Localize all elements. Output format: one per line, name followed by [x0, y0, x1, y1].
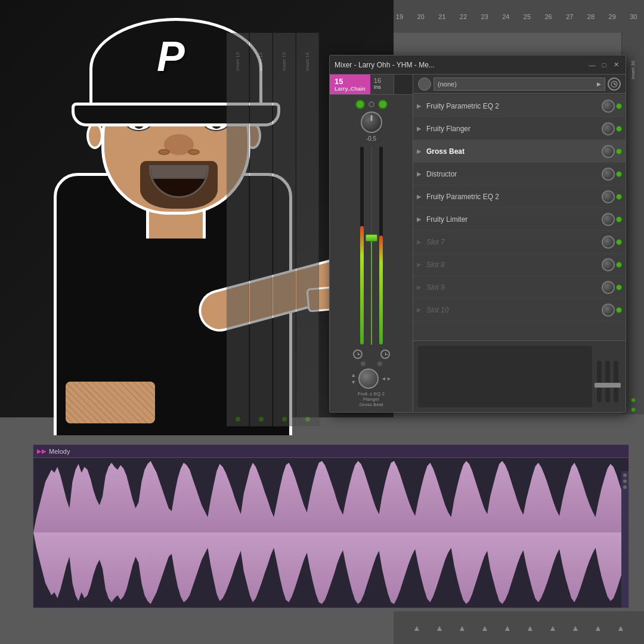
ruler-mark: 26 — [538, 13, 559, 20]
nav-arrow-2[interactable]: ▲ — [435, 623, 444, 633]
plugin-triangle-4: ▶ — [417, 171, 424, 177]
pan-knob[interactable] — [358, 369, 379, 389]
nav-arrow-7[interactable]: ▲ — [549, 623, 557, 633]
plugin-dot-7[interactable] — [616, 239, 622, 245]
plugin-knob-9a[interactable] — [602, 281, 615, 294]
vu-fill-right — [379, 236, 383, 345]
dropdown-circle-icon[interactable] — [418, 78, 431, 91]
send-fader-2[interactable] — [605, 361, 610, 402]
plugin-name-6: Fruity Limiter — [426, 215, 599, 224]
channel-13-label: Insert 13 — [235, 38, 240, 85]
channel-strip-15[interactable]: Insert 15 — [273, 33, 296, 426]
send-fader-handle-3 — [611, 383, 621, 388]
nav-arrow-9[interactable]: ▲ — [594, 623, 602, 633]
fader-handle[interactable] — [366, 234, 377, 242]
plugin-dot-1[interactable] — [616, 103, 622, 109]
channel-14-label: Insert 14 — [258, 38, 264, 85]
footer-label-3: Gross Beat — [358, 402, 385, 407]
send-return-section — [413, 340, 626, 412]
waveform-panel: ▶▶ Melody — [33, 444, 629, 608]
channel-footer-labels: Fruit..c EQ 2 Flanger Gross Beat — [358, 391, 385, 407]
plugin-slot-10[interactable]: ▶ Slot 10 — [413, 299, 626, 321]
waveform-icon: ▶▶ — [37, 448, 47, 454]
arrow-down[interactable]: ▼ — [351, 379, 356, 385]
plugin-knob-7a[interactable] — [602, 236, 615, 249]
send-fader-1[interactable] — [597, 361, 602, 402]
nav-arrow-1[interactable]: ▲ — [413, 623, 421, 633]
plugin-knob-4a[interactable] — [602, 168, 615, 181]
nav-arrow-8[interactable]: ▲ — [571, 623, 580, 633]
plugin-dot-6[interactable] — [616, 216, 622, 222]
plugin-knob-6a[interactable] — [602, 213, 615, 226]
eq-indicator-right[interactable] — [378, 100, 388, 109]
plugin-knob-3a[interactable] — [602, 145, 615, 158]
scroll-dot-2 — [623, 479, 627, 483]
plugin-knobs-1 — [602, 100, 622, 113]
plugin-knob-8a[interactable] — [602, 258, 615, 271]
plugin-dot-8[interactable] — [616, 262, 622, 268]
arrow-up[interactable]: ▲ — [351, 372, 356, 378]
send-faders — [595, 346, 621, 407]
nav-arrow-10[interactable]: ▲ — [617, 623, 625, 633]
dropdown-arrow-icon: ▶ — [597, 81, 601, 87]
send-fader-3[interactable] — [614, 361, 618, 402]
plugin-slot-1[interactable]: ▶ Fruity Parametric EQ 2 — [413, 95, 626, 117]
plugin-triangle-10: ▶ — [417, 306, 424, 313]
channel-strip-13[interactable]: Insert 13 — [227, 33, 249, 426]
channel-16-tab[interactable]: 16 Ins — [370, 75, 394, 94]
plugin-dot-4[interactable] — [616, 171, 622, 177]
channel-strip-16[interactable]: Insert 16 — [296, 33, 319, 426]
plugin-slot-8[interactable]: ▶ Slot 8 — [413, 253, 626, 276]
clock-icon-left[interactable] — [353, 349, 363, 359]
nav-arrow-3[interactable]: ▲ — [458, 623, 466, 633]
ruler-mark: 27 — [559, 13, 580, 20]
channel-15-tab[interactable]: 15 Larry..Chain — [330, 75, 370, 94]
plugin-knob-2a[interactable] — [602, 122, 615, 135]
fader-green-line — [371, 236, 372, 345]
eq-indicator-left[interactable] — [355, 100, 365, 109]
plugin-knob-1a[interactable] — [602, 100, 615, 113]
plugin-slot-6[interactable]: ▶ Fruity Limiter — [413, 208, 626, 231]
plugin-dot-3[interactable] — [616, 148, 622, 154]
plugin-dot-5[interactable] — [616, 194, 622, 200]
plugin-knobs-10 — [602, 304, 622, 317]
plugin-knob-10a[interactable] — [602, 304, 615, 317]
volume-knob[interactable] — [361, 112, 382, 133]
arrows-leftright: ◄► — [381, 376, 392, 382]
pan-controls: ▲ ▼ ◄► — [351, 369, 392, 389]
send-area-bg — [418, 346, 592, 407]
eq-indicator-center[interactable] — [369, 101, 374, 107]
tattoo-pattern — [66, 382, 155, 423]
plugin-knob-5a[interactable] — [602, 190, 615, 203]
channel-15-number: 15 — [335, 77, 343, 86]
plugin-slot-2[interactable]: ▶ Fruity Flanger — [413, 117, 626, 140]
channel-main-controls: -0.5 — [330, 95, 413, 412]
plugin-slot-gross-beat[interactable]: ▶ Gross Beat — [413, 140, 626, 163]
close-button[interactable]: ✕ — [611, 60, 621, 70]
maximize-button[interactable]: □ — [599, 60, 609, 70]
clock-icon-dropdown[interactable] — [608, 78, 621, 91]
channel-15-dot — [282, 417, 287, 422]
plugin-slot-4[interactable]: ▶ Distructor — [413, 163, 626, 185]
nav-arrow-5[interactable]: ▲ — [503, 623, 512, 633]
plugin-slot-7[interactable]: ▶ Slot 7 — [413, 231, 626, 253]
dropdown-value: (none) — [438, 80, 457, 88]
plugin-knobs-2 — [602, 122, 622, 135]
plugin-name-2: Fruity Flanger — [426, 125, 599, 133]
plugin-triangle-2: ▶ — [417, 125, 424, 132]
nav-arrow-4[interactable]: ▲ — [481, 623, 489, 633]
nav-arrow-6[interactable]: ▲ — [526, 623, 534, 633]
channel-strip-14[interactable]: Insert 14 — [250, 33, 273, 426]
ruler-mark: 29 — [602, 13, 623, 20]
ruler-mark: 21 — [431, 13, 453, 20]
waveform-scrollbar[interactable] — [621, 471, 628, 608]
minimize-button[interactable]: — — [587, 60, 597, 70]
plugin-slot-5[interactable]: ▶ Fruity Parametric EQ 2 — [413, 185, 626, 208]
clock-icon-right[interactable] — [380, 349, 390, 359]
arrow-left-right[interactable]: ◄► — [381, 376, 392, 382]
plugin-dot-10[interactable] — [616, 307, 622, 313]
plugin-dot-9[interactable] — [616, 284, 622, 290]
plugin-slot-9[interactable]: ▶ Slot 9 — [413, 276, 626, 299]
none-dropdown[interactable]: (none) ▶ — [434, 78, 605, 91]
plugin-dot-2[interactable] — [616, 126, 622, 132]
